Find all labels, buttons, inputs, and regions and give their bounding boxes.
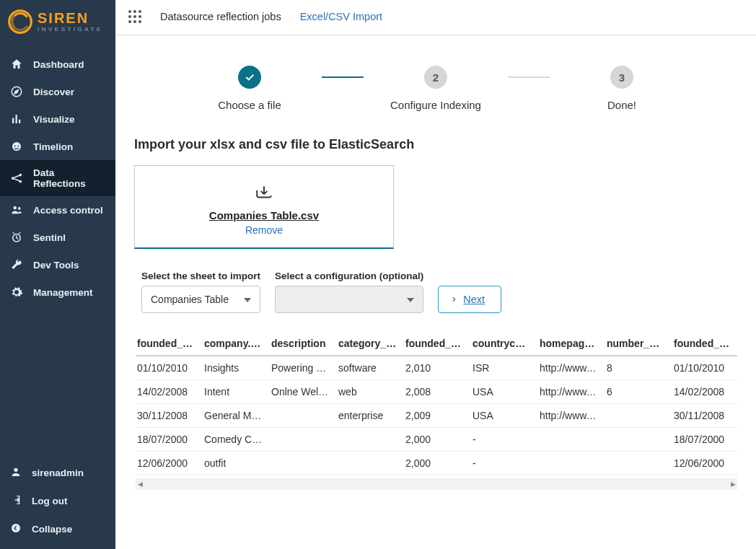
sidebar-item-label: Log out [32,496,67,506]
table-cell: Insights [203,356,270,380]
svg-rect-4 [19,120,20,123]
user-icon [10,466,22,480]
check-icon [244,71,255,83]
sheet-select-label: Select the sheet to import [141,271,260,281]
table-column-header: number_of_e… [605,332,672,356]
gear-icon [10,286,23,299]
sidebar-item-visualize[interactable]: Visualize [0,105,115,133]
brand-name: SIREN [38,11,103,25]
alarm-icon [10,231,23,244]
table-column-header: founded_date [672,332,737,356]
home-icon [10,58,23,71]
next-button-label: Next [463,294,485,305]
table-cell: http://www.… [538,356,605,380]
table-cell: USA [471,404,538,428]
stepper-connector-1 [322,76,364,78]
brand-subtitle: INVESTIGATE [38,27,103,32]
table-column-header: homepage_url [538,332,605,356]
topbar: Datasource reflection jobs Excel/CSV Imp… [115,0,756,35]
table-row: 14/02/2008IntentOnlne Well…web2,008USAht… [136,380,737,404]
svg-point-11 [14,206,17,210]
sidebar-item-sentinl[interactable]: Sentinl [0,224,115,251]
wrench-icon [10,258,23,271]
step-circle-1 [238,66,261,89]
chevron-right-icon [450,296,457,303]
table-cell: 2,010 [404,356,471,380]
scroll-left-icon[interactable]: ◀ [137,480,143,488]
table-cell: 30/11/2008 [136,404,203,428]
preview-table-wrap: founded_datecompany.na…descriptioncatego… [134,332,737,490]
table-cell: USA [471,380,538,404]
table-cell: 2,009 [404,404,471,428]
table-row: 01/10/2010InsightsPowering L…software2,0… [136,356,737,380]
file-dropzone[interactable]: Companies Table.csv Remove [134,165,394,249]
table-cell [605,428,672,452]
sidebar-item-label: Management [33,287,93,298]
sidebar-item-data-reflections[interactable]: Data Reflections [0,160,115,196]
table-cell: - [471,452,538,475]
svg-point-5 [12,142,21,151]
stepper: Choose a file 2 Configure Indexing 3 Don… [177,66,694,111]
table-cell: ISR [471,356,538,380]
table-column-header: founded_year [404,332,471,356]
svg-rect-3 [16,115,17,123]
table-cell: 01/10/2010 [672,356,737,380]
table-column-header: countrycode [471,332,538,356]
config-select-label: Select a configuration (optional) [275,271,423,281]
step-done: 3 Done! [550,66,694,111]
sidebar-item-dev-tools[interactable]: Dev Tools [0,251,115,278]
sidebar-item-label: Dev Tools [33,260,79,271]
table-cell [605,404,672,428]
main-area: Datasource reflection jobs Excel/CSV Imp… [115,0,756,549]
step-label: Done! [607,99,636,111]
table-cell: 14/02/2008 [136,380,203,404]
sidebar-item-management[interactable]: Management [0,278,115,306]
sheet-select[interactable]: Companies Table [141,286,260,313]
brand-logo[interactable]: SIREN INVESTIGATE [0,0,115,40]
sidebar-user[interactable]: sirenadmin [0,459,115,487]
scroll-right-icon[interactable]: ▶ [730,480,736,488]
sidebar-footer: sirenadmin Log out Collapse [0,459,115,543]
table-cell: 01/10/2010 [136,356,203,380]
sidebar-item-discover[interactable]: Discover [0,78,115,105]
uploaded-filename: Companies Table.csv [209,209,319,221]
tab-excel-csv-import[interactable]: Excel/CSV Import [300,11,382,22]
table-cell: 18/07/2000 [672,428,737,452]
step-label: Choose a file [218,99,281,111]
sidebar-item-dashboard[interactable]: Dashboard [0,50,115,78]
table-cell: http://www.… [538,380,605,404]
stepper-connector-2 [508,76,550,78]
table-cell: 18/07/2000 [136,428,203,452]
svg-point-14 [14,468,17,472]
tab-datasource-reflection-jobs[interactable]: Datasource reflection jobs [160,11,281,22]
sidebar-item-label: Discover [33,87,74,97]
config-select-group: Select a configuration (optional) [275,271,423,313]
table-cell: 12/06/2000 [136,452,203,475]
table-row: 12/06/2000outfit2,000-12/06/2000 [136,452,737,475]
step-choose-file: Choose a file [177,66,322,111]
page-title: Import your xlsx and csv file to Elastic… [134,137,737,152]
horizontal-scrollbar[interactable]: ◀ ▶ [136,478,737,490]
table-row: 18/07/2000Comedy Ce…2,000-18/07/2000 [136,428,737,452]
table-cell: 6 [605,380,672,404]
next-button[interactable]: Next [438,286,501,313]
sidebar-collapse[interactable]: Collapse [0,515,115,543]
table-cell [337,452,404,475]
table-cell [538,428,605,452]
sidebar-item-label: Access control [33,205,103,216]
sidebar-item-access-control[interactable]: Access control [0,196,115,224]
config-select[interactable] [275,286,423,313]
table-cell [270,428,337,452]
sidebar-logout[interactable]: Log out [0,487,115,515]
table-header-row: founded_datecompany.na…descriptioncatego… [136,332,737,356]
remove-file-link[interactable]: Remove [245,224,283,236]
table-cell [270,404,337,428]
step-configure-indexing: 2 Configure Indexing [364,66,508,111]
sidebar-item-timelion[interactable]: Timelion [0,133,115,160]
table-row: 30/11/2008General Mo…enterprise2,009USAh… [136,404,737,428]
sidebar-item-label: Data Reflections [33,167,105,189]
app-switcher-icon[interactable] [128,10,141,23]
table-cell: Comedy Ce… [203,428,270,452]
bar-chart-icon [10,113,23,126]
table-cell: Intent [203,380,270,404]
